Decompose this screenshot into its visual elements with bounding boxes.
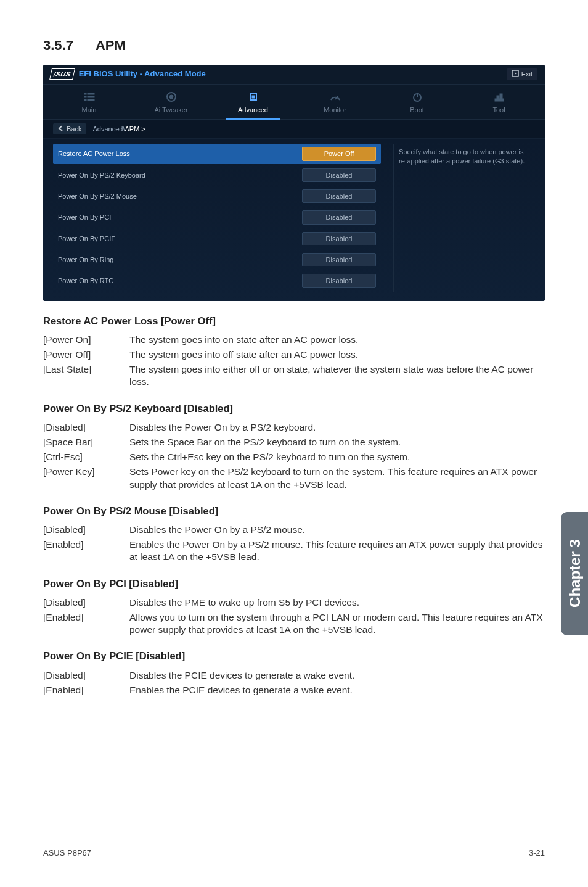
svg-rect-1 — [84, 93, 86, 94]
bios-help-panel: Specify what state to go to when power i… — [393, 144, 535, 292]
tab-advanced[interactable]: Advanced — [219, 91, 287, 119]
bios-settings-list: Restore AC Power Loss Power Off Power On… — [53, 144, 381, 292]
footer-right: 3-21 — [529, 848, 545, 859]
tab-monitor[interactable]: Monitor — [301, 91, 369, 119]
setting-power-on-ps2-mouse[interactable]: Power On By PS/2 Mouse Disabled — [53, 186, 381, 206]
setting-label: Restore AC Power Loss — [58, 149, 130, 158]
exit-button[interactable]: Exit — [507, 68, 537, 80]
setting-power-on-pci[interactable]: Power On By PCI Disabled — [53, 207, 381, 227]
tab-label: Advanced — [219, 105, 287, 114]
svg-point-8 — [169, 95, 173, 99]
setting-label: Power On By PS/2 Keyboard — [58, 171, 145, 179]
definition-term: [Disabled] — [43, 421, 129, 434]
svg-rect-14 — [495, 99, 504, 101]
setting-power-on-ps2-keyboard[interactable]: Power On By PS/2 Keyboard Disabled — [53, 165, 381, 185]
setting-label: Power On By Ring — [58, 255, 113, 264]
definition-description: Enables the PCIE devices to generate a w… — [129, 684, 545, 696]
definition-row: [Space Bar]Sets the Space Bar on the PS/… — [43, 436, 545, 448]
arrow-left-icon — [58, 125, 64, 133]
heading-title: APM — [96, 37, 126, 55]
svg-rect-10 — [252, 96, 255, 98]
setting-value[interactable]: Power Off — [302, 147, 376, 160]
tab-tool[interactable]: Tool — [465, 91, 533, 119]
definition-description: The system goes into either off or on st… — [129, 363, 545, 388]
definition-row: [Power Key]Sets Power key on the PS/2 ke… — [43, 466, 545, 490]
definition-description: Disables the Power On by a PS/2 keyboard… — [129, 421, 545, 434]
setting-label: Power On By PS/2 Mouse — [58, 192, 137, 200]
chapter-label: Chapter 3 — [565, 540, 584, 608]
definition-description: Allows you to turn on the system through… — [129, 611, 545, 636]
setting-power-on-rtc[interactable]: Power On By RTC Disabled — [53, 271, 381, 291]
definition-term: [Enabled] — [43, 684, 129, 696]
setting-value[interactable]: Disabled — [302, 253, 376, 266]
tab-boot[interactable]: Boot — [383, 91, 451, 119]
svg-rect-15 — [497, 96, 499, 99]
cpu-icon — [137, 91, 205, 103]
setting-label: Power On By PCIE — [58, 234, 116, 243]
tab-main[interactable]: Main — [55, 91, 123, 119]
definition-term: [Power On] — [43, 334, 129, 346]
tab-ai-tweaker[interactable]: Ai Tweaker — [137, 91, 205, 119]
definition-row: [Last State]The system goes into either … — [43, 363, 545, 388]
definition-term: [Disabled] — [43, 596, 129, 609]
tool-icon — [465, 91, 533, 103]
definition-row: [Disabled]Disables the Power On by a PS/… — [43, 421, 545, 434]
definition-description: The system goes into on state after an A… — [129, 334, 545, 346]
bios-body: Restore AC Power Loss Power Off Power On… — [43, 139, 545, 300]
definition-row: [Power Off]The system goes into off stat… — [43, 349, 545, 361]
list-icon — [55, 91, 123, 103]
tab-label: Tool — [465, 105, 533, 114]
definition-description: Sets Power key on the PS/2 keyboard to t… — [129, 466, 545, 490]
tab-label: Main — [55, 105, 123, 114]
back-button[interactable]: Back — [53, 123, 86, 134]
tab-label: Monitor — [301, 105, 369, 114]
definition-term: [Space Bar] — [43, 436, 129, 448]
heading-number: 3.5.7 — [43, 37, 73, 55]
breadcrumb-prefix: Advanced\ — [92, 125, 125, 133]
setting-power-on-pcie[interactable]: Power On By PCIE Disabled — [53, 229, 381, 249]
definition-row: [Power On]The system goes into on state … — [43, 334, 545, 346]
definition-description: Disables the PME to wake up from S5 by P… — [129, 596, 545, 609]
setting-value[interactable]: Disabled — [302, 210, 376, 224]
chapter-tab: Chapter 3 — [561, 512, 588, 635]
tab-label: Ai Tweaker — [137, 105, 205, 114]
breadcrumb: Back Advanced\APM > — [43, 120, 545, 139]
bios-tabs: Main Ai Tweaker Advanced Monitor Boot To… — [43, 85, 545, 120]
svg-rect-4 — [88, 96, 94, 97]
definition-description: Sets the Space Bar on the PS/2 keyboard … — [129, 436, 545, 448]
section-heading: Restore AC Power Loss [Power Off] — [43, 315, 545, 328]
definition-row: [Enabled]Enables the Power On by a PS/2 … — [43, 538, 545, 563]
bios-help-text: Specify what state to go to when power i… — [399, 147, 530, 165]
section-heading: Power On By PCI [Disabled] — [43, 577, 545, 590]
definition-term: [Disabled] — [43, 669, 129, 682]
tab-label: Boot — [383, 105, 451, 114]
setting-power-on-ring[interactable]: Power On By Ring Disabled — [53, 250, 381, 270]
setting-value[interactable]: Disabled — [302, 274, 376, 287]
setting-restore-ac-power[interactable]: Restore AC Power Loss Power Off — [53, 144, 381, 163]
setting-value[interactable]: Disabled — [302, 232, 376, 245]
definition-term: [Last State] — [43, 363, 129, 388]
setting-label: Power On By PCI — [58, 213, 111, 221]
svg-rect-2 — [88, 93, 94, 94]
gauge-icon — [301, 91, 369, 103]
setting-value[interactable]: Disabled — [302, 168, 376, 182]
definition-row: [Enabled]Enables the PCIE devices to gen… — [43, 684, 545, 696]
definition-description: Disables the PCIE devices to generate a … — [129, 669, 545, 682]
bios-titlebar: /SUS EFI BIOS Utility - Advanced Mode Ex… — [43, 65, 545, 85]
exit-label: Exit — [521, 70, 533, 78]
definition-term: [Enabled] — [43, 611, 129, 636]
definition-term: [Power Key] — [43, 466, 129, 490]
section-heading: Power On By PS/2 Mouse [Disabled] — [43, 505, 545, 518]
definition-term: [Enabled] — [43, 538, 129, 563]
definition-row: [Ctrl-Esc]Sets the Ctrl+Esc key on the P… — [43, 451, 545, 463]
definition-description: Disables the Power On by a PS/2 mouse. — [129, 524, 545, 536]
definition-description: Enables the Power On by a PS/2 mouse. Th… — [129, 538, 545, 563]
bios-title-text: EFI BIOS Utility - Advanced Mode — [79, 69, 206, 80]
svg-rect-6 — [88, 99, 94, 101]
page-footer: ASUS P8P67 3-21 — [43, 844, 545, 859]
setting-value[interactable]: Disabled — [302, 189, 376, 203]
setting-label: Power On By RTC — [58, 276, 113, 285]
svg-rect-5 — [84, 99, 86, 101]
heading: 3.5.7 APM — [43, 37, 545, 55]
section-heading: Power On By PCIE [Disabled] — [43, 650, 545, 662]
